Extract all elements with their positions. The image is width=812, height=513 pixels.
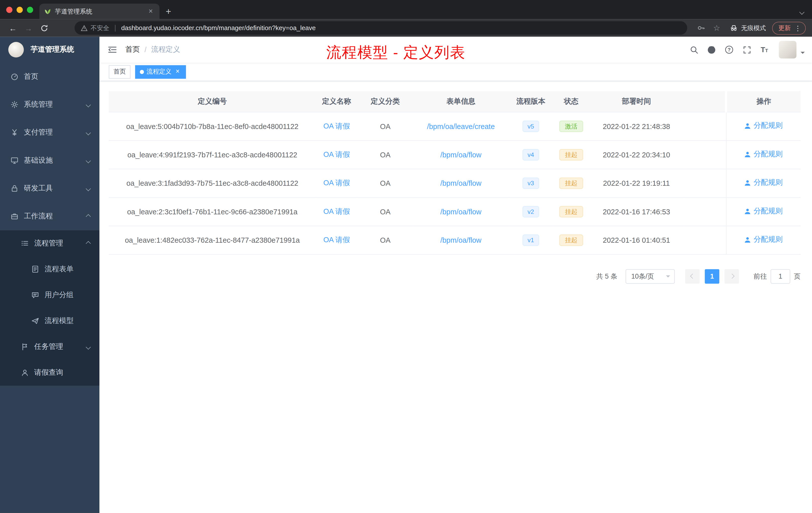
- col-deploy-time: 部署时间: [589, 91, 684, 112]
- version-badge: v1: [522, 234, 539, 245]
- sidebar-item-home[interactable]: 首页: [0, 63, 99, 91]
- tag-process-definition[interactable]: 流程定义 ×: [135, 65, 186, 79]
- table-header-row: 定义编号 定义名称 定义分类 表单信息 流程版本 状态 部署时间 操作: [109, 91, 801, 112]
- page-annotation: 流程模型 - 定义列表: [326, 42, 465, 63]
- address-bar[interactable]: 不安全 dashboard.yudao.iocoder.cn/bpm/manag…: [75, 21, 687, 35]
- assign-rule-label: 分配规则: [754, 121, 783, 130]
- form-link[interactable]: /bpm/oa/flow: [440, 179, 482, 187]
- status-tag: 激活: [559, 120, 583, 132]
- sidebar-item-payment-management[interactable]: 支付管理: [0, 118, 99, 146]
- sidebar-item-system-management[interactable]: 系统管理: [0, 91, 99, 118]
- sidebar-item-process-management[interactable]: 流程管理: [0, 231, 99, 256]
- breadcrumb-home[interactable]: 首页: [125, 45, 140, 54]
- password-key-icon[interactable]: [695, 21, 708, 35]
- sidebar-toggle-button[interactable]: [99, 37, 125, 62]
- definition-name-link[interactable]: OA 请假: [323, 150, 350, 158]
- prev-page-button[interactable]: [685, 269, 700, 283]
- assign-rule-button[interactable]: 分配规则: [744, 150, 783, 159]
- form-link[interactable]: /bpm/oa/flow: [440, 236, 482, 244]
- pagination: 共 5 条 10条/页 1 前往 页: [109, 269, 801, 299]
- sidebar-item-infrastructure[interactable]: 基础设施: [0, 147, 99, 175]
- window-zoom-button[interactable]: [27, 7, 33, 13]
- browser-update-button[interactable]: 更新 ⋮: [772, 22, 806, 35]
- sidebar-item-label: 流程表单: [45, 265, 74, 274]
- github-icon[interactable]: [703, 37, 720, 62]
- version-badge: v3: [522, 177, 539, 188]
- goto-page-input[interactable]: [771, 269, 790, 283]
- cell-category: OA: [357, 225, 413, 254]
- definition-name-link[interactable]: OA 请假: [323, 178, 350, 187]
- sidebar-item-label: 首页: [24, 72, 38, 81]
- table-row: oa_leave:1:482ec033-762a-11ec-8477-a2380…: [109, 225, 801, 254]
- form-link[interactable]: /bpm/oa/flow: [440, 150, 482, 159]
- assign-rule-button[interactable]: 分配规则: [744, 235, 783, 244]
- reload-button[interactable]: [37, 21, 51, 35]
- fullscreen-icon[interactable]: [738, 37, 755, 62]
- cell-definition-id: oa_leave:1:482ec033-762a-11ec-8477-a2380…: [109, 225, 316, 254]
- breadcrumb-current: 流程定义: [151, 45, 180, 54]
- breadcrumb-separator: /: [144, 46, 146, 54]
- back-button[interactable]: ←: [6, 21, 20, 35]
- paper-plane-icon: [31, 317, 39, 325]
- tag-label: 首页: [114, 67, 126, 76]
- page-size-value: 10条/页: [631, 272, 654, 281]
- browser-tab[interactable]: 芋道管理系统 ×: [39, 3, 160, 19]
- user-avatar[interactable]: [779, 41, 796, 58]
- tab-title: 芋道管理系统: [55, 7, 143, 16]
- sidebar-item-leave-query[interactable]: 请假查询: [0, 360, 99, 386]
- sidebar-item-task-management[interactable]: 任务管理: [0, 334, 99, 360]
- sidebar-item-process-form[interactable]: 流程表单: [0, 256, 99, 282]
- status-tag: 挂起: [559, 206, 583, 217]
- browser-menu-icon[interactable]: ⋮: [794, 25, 801, 31]
- window-minimize-button[interactable]: [17, 7, 23, 13]
- sidebar-item-devtools[interactable]: 研发工具: [0, 175, 99, 202]
- form-link[interactable]: /bpm/oa/flow: [440, 207, 482, 216]
- assign-rule-button[interactable]: 分配规则: [744, 178, 783, 187]
- definition-name-link[interactable]: OA 请假: [323, 235, 350, 243]
- version-badge: v4: [522, 149, 539, 160]
- cell-spacer: [684, 197, 726, 225]
- tab-close-icon[interactable]: ×: [147, 7, 155, 16]
- search-icon[interactable]: [686, 37, 702, 62]
- new-tab-button[interactable]: +: [166, 7, 171, 16]
- forward-button[interactable]: →: [22, 21, 35, 35]
- table-row: oa_leave:5:004b710b-7b8a-11ec-8ef0-acde4…: [109, 112, 801, 140]
- user-icon: [744, 179, 751, 186]
- security-warning-icon: [81, 25, 88, 31]
- page-number-button[interactable]: 1: [705, 269, 719, 283]
- next-page-button[interactable]: [724, 269, 739, 283]
- assign-rule-button[interactable]: 分配规则: [744, 207, 783, 216]
- sidebar-item-label: 任务管理: [34, 342, 63, 351]
- app-logo[interactable]: 芋道管理系统: [0, 37, 99, 62]
- goto-label: 前往: [754, 272, 767, 281]
- sidebar-item-user-group[interactable]: 用户分组: [0, 282, 99, 308]
- sidebar: 芋道管理系统 首页 系统管理 支付管理: [0, 37, 99, 513]
- tab-search-chevron-icon[interactable]: [800, 7, 804, 16]
- form-link[interactable]: /bpm/oa/leave/create: [427, 122, 495, 130]
- breadcrumb: 首页 / 流程定义: [125, 45, 180, 54]
- chevron-up-icon: [86, 241, 91, 246]
- tag-home[interactable]: 首页: [109, 65, 130, 79]
- definition-name-link[interactable]: OA 请假: [323, 121, 350, 130]
- bookmark-star-icon[interactable]: ☆: [710, 21, 724, 35]
- reload-icon: [40, 24, 48, 32]
- definition-name-link[interactable]: OA 请假: [323, 207, 350, 215]
- window-close-button[interactable]: [6, 7, 12, 13]
- col-actions: 操作: [726, 91, 801, 112]
- page-size-select[interactable]: 10条/页: [626, 269, 675, 283]
- tag-close-icon[interactable]: ×: [174, 68, 181, 75]
- assign-rule-button[interactable]: 分配规则: [744, 121, 783, 130]
- cell-deploy-time: 2022-01-22 20:34:10: [589, 140, 684, 169]
- svg-text:?: ?: [728, 47, 731, 53]
- caret-down-icon: [666, 275, 670, 279]
- sidebar-item-process-model[interactable]: 流程模型: [0, 308, 99, 334]
- version-badge: v5: [522, 120, 539, 132]
- font-size-icon[interactable]: TT: [756, 37, 773, 62]
- flag-icon: [21, 342, 29, 351]
- caret-down-icon[interactable]: [801, 52, 805, 56]
- workflow-submenu: 流程管理 流程表单 用户分组: [0, 231, 99, 386]
- incognito-icon: [730, 24, 738, 32]
- question-icon[interactable]: ?: [721, 37, 737, 62]
- screen: 芋道管理系统 × + ← → 不安全 dashboard.yudao.iocod…: [0, 0, 812, 513]
- sidebar-item-workflow[interactable]: 工作流程: [0, 202, 99, 230]
